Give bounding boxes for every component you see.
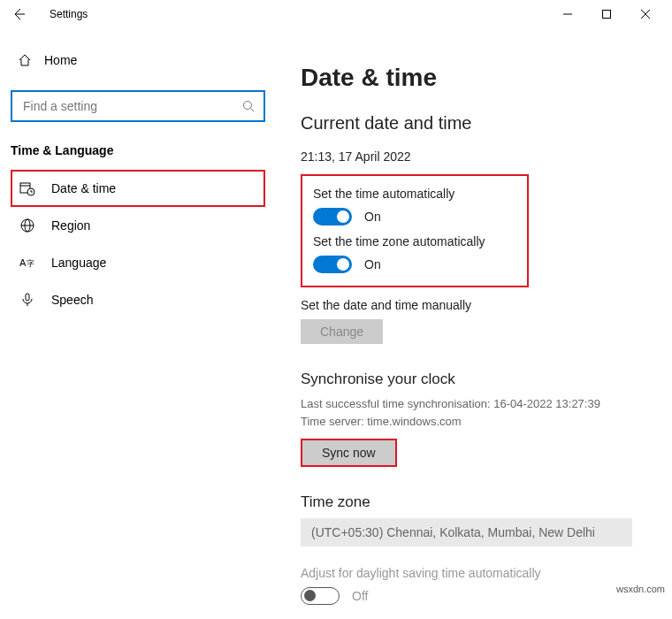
manual-label: Set the date and time manually	[301, 298, 644, 312]
home-label: Home	[44, 53, 77, 67]
sidebar-item-language[interactable]: A字 Language	[11, 244, 265, 281]
auto-time-label: Set the time automatically	[313, 187, 516, 201]
title-bar: Settings	[0, 0, 672, 28]
sync-now-button[interactable]: Sync now	[301, 439, 397, 467]
sync-server: Time server: time.windows.com	[301, 413, 644, 431]
watermark: wsxdn.com	[616, 584, 665, 594]
microphone-icon	[19, 292, 35, 308]
category-heading: Time & Language	[11, 143, 265, 157]
svg-text:A: A	[19, 257, 27, 268]
sidebar-item-label: Language	[51, 256, 106, 270]
maximize-button[interactable]	[587, 0, 626, 28]
auto-settings-group: Set the time automatically On Set the ti…	[301, 174, 529, 287]
page-title: Date & time	[301, 64, 644, 92]
search-box[interactable]	[11, 90, 265, 122]
svg-point-4	[244, 102, 252, 110]
close-button[interactable]	[626, 0, 665, 28]
sidebar-item-region[interactable]: Region	[11, 207, 265, 244]
maximize-icon	[602, 10, 611, 19]
auto-tz-state: On	[364, 257, 381, 271]
language-icon: A字	[19, 255, 35, 271]
timezone-select[interactable]: (UTC+05:30) Chennai, Kolkata, Mumbai, Ne…	[301, 518, 632, 546]
home-icon	[18, 53, 32, 67]
calendar-clock-icon	[19, 180, 35, 196]
back-button[interactable]	[7, 2, 32, 27]
search-icon	[242, 100, 255, 112]
sidebar-item-speech[interactable]: Speech	[11, 281, 265, 318]
main-content: Date & time Current date and time 21:13,…	[276, 28, 672, 619]
svg-rect-1	[603, 11, 611, 19]
daylight-state: Off	[352, 589, 368, 603]
auto-tz-toggle[interactable]	[313, 256, 352, 273]
section-title: Current date and time	[301, 113, 644, 134]
sidebar-item-date-time[interactable]: Date & time	[11, 170, 265, 207]
sync-last: Last successful time synchronisation: 16…	[301, 395, 644, 413]
auto-time-state: On	[364, 210, 381, 224]
app-title: Settings	[50, 8, 88, 20]
close-icon	[641, 10, 650, 19]
svg-rect-16	[26, 294, 29, 301]
minimize-button[interactable]	[548, 0, 587, 28]
daylight-label: Adjust for daylight saving time automati…	[301, 566, 644, 580]
svg-text:字: 字	[27, 259, 34, 268]
back-arrow-icon	[12, 7, 27, 21]
sidebar-item-label: Date & time	[51, 181, 116, 195]
minimize-icon	[563, 10, 572, 19]
sidebar-item-label: Region	[51, 218, 90, 233]
svg-line-5	[251, 109, 255, 112]
home-nav[interactable]: Home	[11, 46, 265, 74]
current-datetime: 21:13, 17 April 2022	[301, 149, 644, 164]
sidebar-item-label: Speech	[51, 293, 93, 307]
globe-icon	[19, 218, 35, 233]
sidebar: Home Time & Language Date & time Region …	[0, 28, 276, 619]
auto-time-toggle[interactable]	[313, 208, 352, 225]
daylight-toggle[interactable]	[301, 587, 340, 605]
auto-tz-label: Set the time zone automatically	[313, 234, 516, 248]
sync-title: Synchronise your clock	[301, 371, 644, 388]
change-button[interactable]: Change	[301, 319, 383, 344]
search-input[interactable]	[21, 98, 235, 114]
timezone-title: Time zone	[301, 493, 644, 511]
